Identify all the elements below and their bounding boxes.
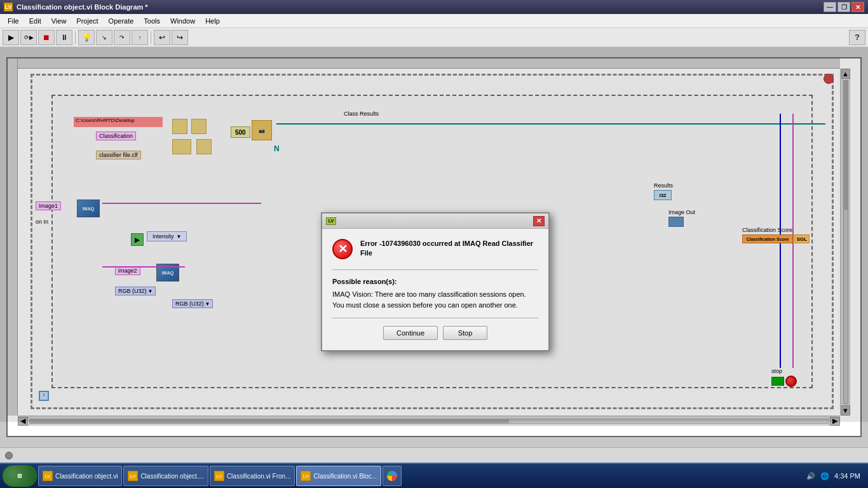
title-bar: LV Classification object.vi Block Diagra…: [0, 0, 868, 14]
menu-edit[interactable]: Edit: [24, 16, 46, 26]
close-button[interactable]: ✕: [851, 2, 864, 12]
taskbar-label-3: Classification.vi Fron...: [227, 473, 291, 480]
pause-button[interactable]: ⏸: [56, 30, 72, 45]
dialog-title-left: LV: [326, 217, 339, 225]
window-title: Classification object.vi Block Diagram *: [17, 3, 148, 11]
dialog-error-title: Error -1074396030 occurred at IMAQ Read …: [360, 239, 538, 259]
taskbar-label-1: Classification object.vi: [55, 473, 118, 480]
status-bar: [0, 447, 868, 463]
step-over-button[interactable]: ↷: [114, 30, 130, 45]
dialog-close-button[interactable]: ✕: [533, 216, 545, 226]
dialog-lv-icon: LV: [326, 217, 336, 225]
sys-tray-icons: 🔊: [806, 472, 815, 480]
menu-view[interactable]: View: [46, 16, 72, 26]
error-icon: ✕: [332, 239, 353, 259]
toolbar-separator-1: [75, 31, 76, 44]
toolbar: ▶ ⟳▶ ⏹ ⏸ 💡 ↘ ↷ ↑ ↩ ↪ ?: [0, 28, 868, 47]
taskbar-label-4: Classification.vi Bloc...: [313, 473, 376, 480]
step-into-button[interactable]: ↘: [96, 30, 112, 45]
start-button[interactable]: ⊞: [3, 465, 37, 487]
continue-button[interactable]: Continue: [383, 326, 438, 340]
error-dialog: LV ✕ ✕ Error -1074396030 occurred at IMA…: [321, 212, 550, 351]
menu-window[interactable]: Window: [165, 16, 200, 26]
undo-button[interactable]: ↩: [154, 30, 170, 45]
menu-operate[interactable]: Operate: [104, 16, 139, 26]
error-circle-icon: ✕: [332, 239, 353, 259]
sys-tray: 🔊 🌐 4:34 PM: [806, 472, 865, 480]
redo-button[interactable]: ↪: [172, 30, 188, 45]
taskbar-item-2[interactable]: LV Classification object....: [123, 466, 208, 486]
taskbar-icon-4: LV: [301, 471, 311, 481]
modal-overlay: LV ✕ ✕ Error -1074396030 occurred at IMA…: [0, 47, 868, 422]
highlight-button[interactable]: 💡: [78, 30, 95, 45]
run-button[interactable]: ▶: [3, 30, 19, 45]
help-button[interactable]: ?: [849, 30, 865, 45]
clock: 4:34 PM: [834, 472, 860, 480]
dialog-separator-2: [332, 318, 538, 318]
status-indicator: [5, 452, 13, 459]
menu-help[interactable]: Help: [200, 16, 225, 26]
app-icon: LV: [4, 3, 13, 11]
dialog-header: ✕ Error -1074396030 occurred at IMAQ Rea…: [332, 239, 538, 259]
dialog-separator-1: [332, 269, 538, 270]
reasons-text: IMAQ Vision: There are too many classifi…: [332, 289, 538, 310]
chrome-icon: [387, 471, 397, 481]
restore-button[interactable]: ❐: [837, 2, 850, 12]
dialog-body: ✕ Error -1074396030 occurred at IMAQ Rea…: [322, 229, 548, 350]
dialog-reasons: Possible reason(s): IMAQ Vision: There a…: [332, 278, 538, 310]
menu-project[interactable]: Project: [71, 16, 103, 26]
taskbar-icon-1: LV: [43, 471, 53, 481]
dialog-title-bar: LV ✕: [322, 214, 548, 229]
menu-bar: File Edit View Project Operate Tools Win…: [0, 14, 868, 28]
taskbar-icon-3: LV: [214, 471, 224, 481]
reasons-label: Possible reason(s):: [332, 278, 538, 285]
menu-tools[interactable]: Tools: [139, 16, 165, 26]
run-continuously-button[interactable]: ⟳▶: [20, 30, 37, 45]
taskbar-item-4[interactable]: LV Classification.vi Bloc...: [296, 466, 381, 486]
sys-tray-network: 🌐: [820, 472, 829, 480]
taskbar-item-chrome[interactable]: [383, 466, 402, 486]
dialog-buttons: Continue Stop: [332, 326, 538, 340]
stop-button[interactable]: Stop: [443, 326, 487, 340]
title-bar-controls: — ❐ ✕: [824, 2, 864, 12]
toolbar-separator-2: [151, 31, 151, 44]
taskbar: ⊞ LV Classification object.vi LV Classif…: [0, 463, 868, 488]
minimize-button[interactable]: —: [824, 2, 836, 12]
taskbar-item-1[interactable]: LV Classification object.vi: [38, 466, 122, 486]
taskbar-icon-2: LV: [128, 471, 138, 481]
step-out-button[interactable]: ↑: [132, 30, 148, 45]
menu-file[interactable]: File: [3, 16, 24, 26]
title-bar-left: LV Classification object.vi Block Diagra…: [4, 3, 148, 11]
error-x-mark: ✕: [338, 243, 348, 255]
taskbar-item-3[interactable]: LV Classification.vi Fron...: [210, 466, 295, 486]
abort-button[interactable]: ⏹: [38, 30, 55, 45]
canvas-area: C:\Users\RHRTD\Desktop Classification cl…: [0, 47, 868, 447]
taskbar-label-2: Classification object....: [140, 473, 204, 480]
